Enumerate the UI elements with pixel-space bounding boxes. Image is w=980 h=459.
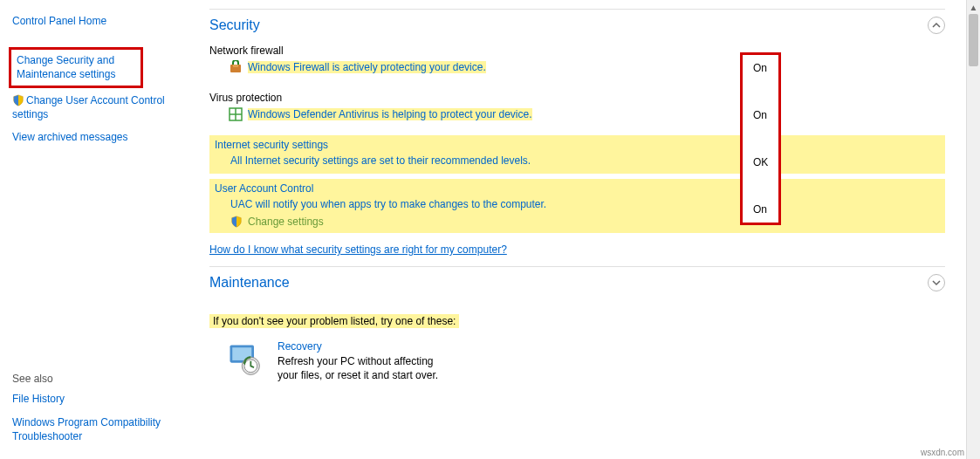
uac-item: User Account Control UAC will notify you… xyxy=(209,179,945,233)
internet-security-status: OK xyxy=(753,156,768,168)
network-firewall-item: Network firewall Windows Firewall is act… xyxy=(209,39,945,81)
recovery-icon xyxy=(225,340,264,379)
compat-troubleshooter-link[interactable]: Windows Program Compatibility Troublesho… xyxy=(12,415,185,443)
firewall-status: On xyxy=(753,62,768,74)
file-history-link[interactable]: File History xyxy=(12,392,185,406)
recovery-item: Recovery Refresh your PC without affecti… xyxy=(209,340,945,382)
sidebar-bottom: See also File History Windows Program Co… xyxy=(12,373,185,452)
recovery-description: Refresh your PC without affecting your f… xyxy=(278,354,452,382)
maintenance-title: Maintenance xyxy=(209,275,290,291)
recovery-link[interactable]: Recovery xyxy=(278,340,452,353)
internet-security-label: Internet security settings xyxy=(215,139,328,151)
maintenance-section-header[interactable]: Maintenance xyxy=(209,266,945,297)
status-highlight-box: On On OK On xyxy=(740,52,781,225)
sidebar: Control Panel Home Change Security and M… xyxy=(0,0,192,459)
firewall-icon xyxy=(229,60,243,74)
change-security-settings-link[interactable]: Change Security and Maintenance settings xyxy=(17,53,135,81)
chevron-up-icon[interactable] xyxy=(928,17,945,34)
virus-protection-item: Virus protection Windows Defender Antivi… xyxy=(209,86,945,128)
uac-status: On xyxy=(753,203,768,216)
virus-label: Virus protection xyxy=(209,92,282,104)
firewall-message: Windows Firewall is actively protecting … xyxy=(248,61,486,73)
chevron-down-icon[interactable] xyxy=(928,274,945,291)
sidebar-top: Control Panel Home Change Security and M… xyxy=(12,14,185,153)
defender-icon xyxy=(229,107,243,121)
change-security-highlight: Change Security and Maintenance settings xyxy=(9,47,143,87)
shield-icon xyxy=(12,94,24,106)
problem-prompt: If you don't see your problem listed, tr… xyxy=(209,314,459,328)
virus-status: On xyxy=(753,109,768,121)
scroll-up-arrow-icon[interactable]: ▲ xyxy=(967,0,980,14)
internet-security-item: Internet security settings All Internet … xyxy=(209,135,945,174)
uac-label: User Account Control xyxy=(215,182,313,195)
change-uac-settings-link[interactable]: Change User Account Control settings xyxy=(12,93,185,121)
view-archived-messages-link[interactable]: View archived messages xyxy=(12,130,185,144)
virus-message: Windows Defender Antivirus is helping to… xyxy=(248,108,532,120)
shield-icon xyxy=(230,216,243,228)
uac-message: UAC will notify you when apps try to mak… xyxy=(215,195,940,216)
security-help-link[interactable]: How do I know what security settings are… xyxy=(209,243,507,256)
firewall-label: Network firewall xyxy=(209,45,284,57)
internet-security-message: All Internet security settings are set t… xyxy=(215,151,940,167)
uac-change-settings-link[interactable]: Change settings xyxy=(248,216,324,228)
svg-rect-1 xyxy=(233,65,238,67)
watermark: wsxdn.com xyxy=(921,448,964,457)
main-content: Security Network firewall Windows Firewa… xyxy=(192,0,980,459)
security-section-header[interactable]: Security xyxy=(209,9,945,39)
vertical-scrollbar[interactable]: ▲ xyxy=(966,0,980,459)
control-panel-home-link[interactable]: Control Panel Home xyxy=(12,14,185,28)
scroll-thumb[interactable] xyxy=(969,14,978,66)
see-also-heading: See also xyxy=(12,373,185,385)
security-title: Security xyxy=(209,17,260,33)
